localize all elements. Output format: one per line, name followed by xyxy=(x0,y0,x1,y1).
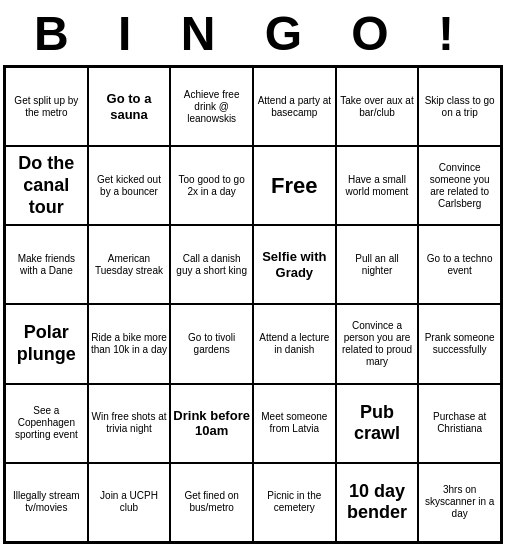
bingo-cell-5: Skip class to go on a trip xyxy=(418,67,501,146)
bingo-cell-6: Do the canal tour xyxy=(5,146,88,225)
bingo-cell-12: Make friends with a Dane xyxy=(5,225,88,304)
bingo-cell-21: Attend a lecture in danish xyxy=(253,304,336,383)
bingo-cell-11: Convince someone you are related to Carl… xyxy=(418,146,501,225)
bingo-cell-15: Selfie with Grady xyxy=(253,225,336,304)
bingo-cell-2: Achieve free drink @ leanowskis xyxy=(170,67,253,146)
bingo-cell-29: Purchase at Christiana xyxy=(418,384,501,463)
bingo-cell-31: Join a UCPH club xyxy=(88,463,171,542)
bingo-cell-4: Take over aux at bar/club xyxy=(336,67,419,146)
bingo-cell-27: Meet someone from Latvia xyxy=(253,384,336,463)
bingo-cell-24: See a Copenhagen sporting event xyxy=(5,384,88,463)
bingo-title: B I N G O ! xyxy=(0,0,506,65)
bingo-cell-19: Ride a bike more than 10k in a day xyxy=(88,304,171,383)
bingo-cell-25: Win free shots at trivia night xyxy=(88,384,171,463)
bingo-cell-0: Get split up by the metro xyxy=(5,67,88,146)
bingo-cell-28: Pub crawl xyxy=(336,384,419,463)
bingo-cell-17: Go to a techno event xyxy=(418,225,501,304)
bingo-cell-8: Too good to go 2x in a day xyxy=(170,146,253,225)
bingo-cell-20: Go to tivoli gardens xyxy=(170,304,253,383)
bingo-cell-10: Have a small world moment xyxy=(336,146,419,225)
bingo-cell-13: American Tuesday streak xyxy=(88,225,171,304)
bingo-cell-32: Get fined on bus/metro xyxy=(170,463,253,542)
bingo-cell-22: Convince a person you are related to pro… xyxy=(336,304,419,383)
bingo-cell-33: Picnic in the cemetery xyxy=(253,463,336,542)
bingo-cell-23: Prank someone successfully xyxy=(418,304,501,383)
bingo-grid: Get split up by the metroGo to a saunaAc… xyxy=(3,65,503,544)
bingo-cell-3: Attend a party at basecamp xyxy=(253,67,336,146)
bingo-cell-30: Illegally stream tv/movies xyxy=(5,463,88,542)
bingo-cell-16: Pull an all nighter xyxy=(336,225,419,304)
bingo-cell-14: Call a danish guy a short king xyxy=(170,225,253,304)
bingo-cell-7: Get kicked out by a bouncer xyxy=(88,146,171,225)
bingo-cell-35: 3hrs on skyscanner in a day xyxy=(418,463,501,542)
bingo-cell-1: Go to a sauna xyxy=(88,67,171,146)
bingo-cell-9: Free xyxy=(253,146,336,225)
bingo-cell-34: 10 day bender xyxy=(336,463,419,542)
bingo-cell-18: Polar plunge xyxy=(5,304,88,383)
bingo-cell-26: Drink before 10am xyxy=(170,384,253,463)
